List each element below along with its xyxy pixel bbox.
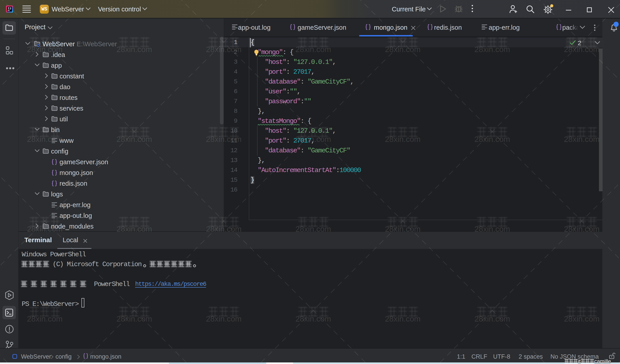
svg-text:IJ: IJ [8,7,11,10]
